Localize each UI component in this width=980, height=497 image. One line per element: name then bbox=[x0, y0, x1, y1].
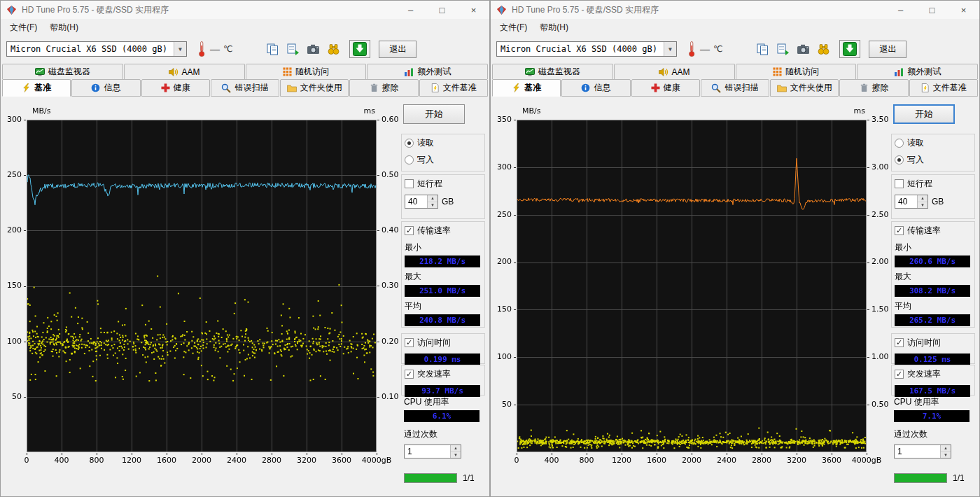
write-radio[interactable] bbox=[895, 155, 904, 164]
tab-folder-usage[interactable]: 文件夹使用 bbox=[770, 79, 839, 97]
tab-disk-monitor[interactable]: 磁盘监视器 bbox=[2, 64, 123, 79]
tab-label: 健康 bbox=[174, 82, 190, 94]
tab-label: 磁盘监视器 bbox=[48, 66, 90, 78]
pass-count-input[interactable]: 1 ▲▼ bbox=[894, 444, 951, 458]
window-title: HD Tune Pro 5.75 - 硬盘/SSD 实用程序 bbox=[22, 4, 390, 16]
access-time-checkbox[interactable] bbox=[405, 338, 414, 347]
exit-button[interactable]: 退出 bbox=[379, 41, 416, 58]
tab-erase[interactable]: 擦除 bbox=[839, 79, 908, 97]
burst-rate-label: 突发速率 bbox=[907, 368, 941, 380]
short-stroke-option[interactable]: 短行程 bbox=[405, 178, 482, 190]
tab-random-access[interactable]: 随机访问 bbox=[736, 64, 857, 79]
burst-rate-option[interactable]: 突发速率 bbox=[895, 368, 972, 380]
close-button[interactable]: × bbox=[948, 1, 979, 19]
progress-fill bbox=[405, 474, 456, 482]
maximize-button[interactable]: □ bbox=[426, 1, 458, 19]
tab-info[interactable]: 信息 bbox=[71, 79, 140, 97]
tab-extra-tests[interactable]: 额外测试 bbox=[367, 64, 488, 79]
tab-file-benchmark[interactable]: 文件基准 bbox=[419, 79, 488, 97]
spinner-arrows-icon[interactable]: ▲▼ bbox=[917, 195, 927, 208]
tab-label: 文件夹使用 bbox=[790, 82, 832, 94]
menu-help[interactable]: 帮助(H) bbox=[43, 20, 85, 36]
view-binoculars-button[interactable] bbox=[814, 40, 832, 58]
write-option[interactable]: 写入 bbox=[405, 154, 482, 166]
read-option[interactable]: 读取 bbox=[405, 137, 482, 149]
short-stroke-option[interactable]: 短行程 bbox=[895, 178, 972, 190]
screenshot-camera-button[interactable] bbox=[794, 40, 812, 58]
spinner-arrows-icon[interactable]: ▲▼ bbox=[450, 445, 461, 458]
start-button[interactable]: 开始 bbox=[893, 104, 955, 124]
burst-rate-checkbox[interactable] bbox=[895, 370, 904, 379]
copy-to-file-button[interactable] bbox=[284, 40, 302, 58]
tab-aam[interactable]: AAM bbox=[124, 64, 245, 79]
drive-select[interactable]: Micron Crucial X6 SSD (4000 gB) ▼ bbox=[6, 41, 187, 57]
chevron-down-icon[interactable]: ▼ bbox=[664, 42, 676, 56]
pass-count-input[interactable]: 1 ▲▼ bbox=[404, 444, 461, 458]
burst-rate-checkbox[interactable] bbox=[405, 370, 414, 379]
tab-label: 信息 bbox=[594, 82, 610, 94]
tab-error-scan[interactable]: 错误扫描 bbox=[701, 79, 769, 97]
screenshot-camera-button[interactable] bbox=[304, 40, 322, 58]
access-time-checkbox[interactable] bbox=[895, 338, 904, 347]
transfer-rate-checkbox[interactable] bbox=[895, 226, 904, 235]
chevron-down-icon[interactable]: ▼ bbox=[174, 42, 186, 56]
save-results-button[interactable] bbox=[349, 40, 370, 58]
write-option[interactable]: 写入 bbox=[895, 154, 972, 166]
burst-rate-option[interactable]: 突发速率 bbox=[405, 368, 482, 380]
pass-count-label: 通过次数 bbox=[894, 428, 975, 440]
copy-to-file-button[interactable] bbox=[774, 40, 792, 58]
short-stroke-size-input[interactable]: 40 ▲▼ bbox=[405, 195, 438, 209]
copy-to-clipboard-button[interactable] bbox=[753, 40, 771, 58]
save-results-button[interactable] bbox=[839, 40, 860, 58]
tab-aam[interactable]: AAM bbox=[614, 64, 735, 79]
read-radio[interactable] bbox=[405, 139, 414, 148]
menubar: 文件(F) 帮助(H) bbox=[1, 19, 489, 36]
short-stroke-checkbox[interactable] bbox=[405, 179, 414, 188]
view-binoculars-button[interactable] bbox=[324, 40, 342, 58]
transfer-rate-option[interactable]: 传输速率 bbox=[895, 225, 972, 237]
min-label: 最小 bbox=[405, 241, 482, 253]
menu-help[interactable]: 帮助(H) bbox=[533, 20, 575, 36]
short-stroke-size-input[interactable]: 40 ▲▼ bbox=[895, 195, 928, 209]
tab-erase[interactable]: 擦除 bbox=[349, 79, 418, 97]
close-button[interactable]: × bbox=[458, 1, 489, 19]
write-label: 写入 bbox=[907, 154, 924, 166]
drive-select-value: Micron Crucial X6 SSD (4000 gB) bbox=[10, 44, 167, 54]
read-radio[interactable] bbox=[895, 139, 904, 148]
transfer-rate-checkbox[interactable] bbox=[405, 226, 414, 235]
short-stroke-label: 短行程 bbox=[907, 178, 932, 190]
tab-health[interactable]: 健康 bbox=[631, 79, 700, 97]
start-button[interactable]: 开始 bbox=[403, 104, 465, 124]
minimize-button[interactable]: – bbox=[395, 1, 426, 19]
access-time-option[interactable]: 访问时间 bbox=[895, 337, 972, 349]
menu-file[interactable]: 文件(F) bbox=[4, 20, 43, 36]
exit-button[interactable]: 退出 bbox=[869, 41, 906, 58]
tab-extra-tests[interactable]: 额外测试 bbox=[857, 64, 978, 79]
spinner-arrows-icon[interactable]: ▲▼ bbox=[427, 195, 438, 208]
speaker-icon bbox=[659, 67, 668, 77]
burst-rate-group: 突发速率 93.7 MB/s bbox=[401, 365, 485, 396]
maximize-button[interactable]: □ bbox=[916, 1, 948, 19]
minimize-button[interactable]: – bbox=[885, 1, 916, 19]
menu-file[interactable]: 文件(F) bbox=[493, 20, 533, 36]
tab-file-benchmark[interactable]: 文件基准 bbox=[909, 79, 978, 97]
folder-icon bbox=[777, 83, 787, 93]
read-option[interactable]: 读取 bbox=[895, 137, 972, 149]
tab-random-access[interactable]: 随机访问 bbox=[246, 64, 367, 79]
transfer-rate-option[interactable]: 传输速率 bbox=[405, 225, 482, 237]
tab-benchmark[interactable]: 基准 bbox=[2, 79, 71, 97]
tab-health[interactable]: 健康 bbox=[141, 79, 210, 97]
tab-benchmark[interactable]: 基准 bbox=[492, 79, 561, 97]
short-stroke-checkbox[interactable] bbox=[895, 179, 904, 188]
tab-folder-usage[interactable]: 文件夹使用 bbox=[280, 79, 349, 97]
tab-info[interactable]: 信息 bbox=[561, 79, 630, 97]
write-radio[interactable] bbox=[405, 155, 414, 164]
tab-error-scan[interactable]: 错误扫描 bbox=[211, 79, 279, 97]
tab-label: 额外测试 bbox=[417, 66, 451, 78]
copy-to-clipboard-button[interactable] bbox=[263, 40, 281, 58]
drive-select[interactable]: Micron Crucial X6 SSD (4000 gB) ▼ bbox=[496, 41, 677, 57]
spinner-arrows-icon[interactable]: ▲▼ bbox=[940, 445, 951, 458]
access-time-option[interactable]: 访问时间 bbox=[405, 337, 482, 349]
avg-speed-display: 240.8 MB/s bbox=[405, 314, 480, 326]
tab-disk-monitor[interactable]: 磁盘监视器 bbox=[492, 64, 613, 79]
